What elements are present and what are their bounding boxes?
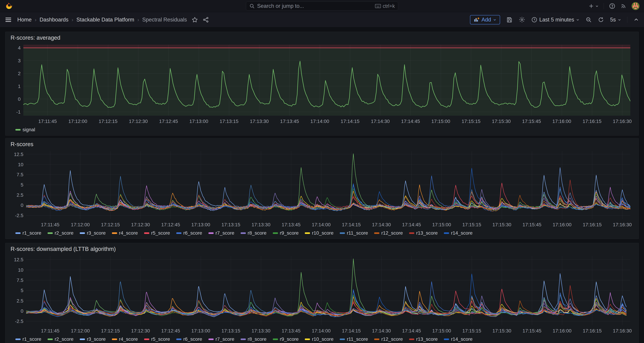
legend-item-signal[interactable]: signal [16, 127, 35, 132]
legend-item-r9_score[interactable]: r9_score [273, 230, 299, 236]
gear-icon[interactable] [519, 17, 525, 23]
svg-text:-2.5: -2.5 [15, 213, 23, 218]
timeseries-chart-averaged[interactable]: 43210-117:11:4517:12:0017:12:1517:12:301… [10, 43, 634, 125]
help-icon[interactable] [609, 3, 615, 9]
legend-item-r1_score[interactable]: r1_score [16, 336, 41, 342]
refresh-icon[interactable] [598, 17, 604, 23]
chevron-down-icon [576, 18, 579, 21]
breadcrumb-separator: › [35, 17, 36, 23]
breadcrumb-dashboards[interactable]: Dashboards [40, 17, 68, 23]
svg-text:17:12:00: 17:12:00 [68, 119, 87, 124]
panel-r-scores: R-scores 12.5107.552.50-2.517:11:4517:12… [5, 138, 639, 239]
search-input[interactable] [257, 3, 373, 9]
divider [627, 17, 628, 23]
series-color-swatch [340, 338, 345, 340]
keyboard-icon [375, 4, 381, 8]
time-range-picker[interactable]: Last 5 minutes [532, 17, 580, 23]
series-color-swatch [16, 129, 20, 131]
legend-item-r6_score[interactable]: r6_score [176, 336, 202, 342]
grafana-logo[interactable] [4, 2, 12, 10]
series-label: r14_score [451, 336, 472, 342]
svg-text:17:12:30: 17:12:30 [129, 119, 148, 124]
timeseries-chart-rscores[interactable]: 12.5107.552.50-2.517:11:4517:12:0017:12:… [10, 149, 634, 229]
chevron-down-icon [596, 5, 598, 8]
series-label: r13_score [416, 336, 438, 342]
series-label: r10_score [312, 336, 334, 342]
svg-text:17:15:30: 17:15:30 [492, 119, 511, 124]
legend-item-r12_score[interactable]: r12_score [374, 230, 403, 236]
legend-item-r8_score[interactable]: r8_score [240, 336, 266, 342]
panel-title[interactable]: R-scores [10, 141, 634, 149]
legend-item-r1_score[interactable]: r1_score [16, 230, 41, 236]
legend-item-r14_score[interactable]: r14_score [444, 230, 472, 236]
search-box[interactable]: ctrl+k [246, 2, 398, 11]
legend-item-r3_score[interactable]: r3_score [80, 336, 106, 342]
zoom-out-icon[interactable] [586, 17, 592, 23]
svg-text:17:13:30: 17:13:30 [252, 222, 270, 227]
svg-text:17:16:30: 17:16:30 [613, 119, 632, 124]
chart-legend: r1_scorer2_scorer3_scorer4_scorer5_score… [10, 335, 634, 343]
svg-text:17:15:15: 17:15:15 [462, 328, 481, 333]
timeseries-chart-downsampled[interactable]: 12.5107.552.50-2.517:11:4517:12:0017:12:… [10, 254, 634, 335]
legend-item-r3_score[interactable]: r3_score [80, 230, 106, 236]
svg-text:17:14:45: 17:14:45 [402, 222, 421, 227]
legend-item-r6_score[interactable]: r6_score [176, 230, 202, 236]
star-icon[interactable] [192, 17, 198, 23]
legend-item-r4_score[interactable]: r4_score [112, 230, 138, 236]
legend-item-r14_score[interactable]: r14_score [444, 336, 472, 342]
legend-item-r7_score[interactable]: r7_score [208, 336, 234, 342]
series-color-swatch [144, 338, 149, 340]
svg-text:-2.5: -2.5 [15, 318, 23, 324]
add-panel-icon [474, 17, 479, 23]
series-color-swatch [48, 232, 53, 234]
svg-text:17:16:30: 17:16:30 [613, 328, 632, 333]
panel-title[interactable]: R-scores: downsampled (LTTB algorithm) [10, 245, 634, 254]
avatar[interactable] [632, 2, 640, 10]
svg-text:17:13:00: 17:13:00 [191, 222, 210, 227]
svg-text:17:15:30: 17:15:30 [492, 328, 511, 333]
svg-text:17:14:00: 17:14:00 [312, 222, 330, 227]
svg-text:12.5: 12.5 [14, 257, 24, 262]
legend-item-r12_score[interactable]: r12_score [374, 336, 403, 342]
legend-item-r2_score[interactable]: r2_score [48, 336, 74, 342]
series-color-swatch [240, 232, 246, 234]
legend-item-r13_score[interactable]: r13_score [409, 336, 438, 342]
menu-icon[interactable] [5, 17, 12, 22]
legend-item-r5_score[interactable]: r5_score [144, 230, 170, 236]
series-label: r6_score [183, 230, 202, 236]
news-icon[interactable] [620, 3, 626, 9]
share-icon[interactable] [203, 17, 209, 23]
refresh-interval-picker[interactable]: 5s [610, 17, 621, 23]
svg-text:17:12:00: 17:12:00 [71, 222, 90, 227]
series-label: r4_score [119, 336, 138, 342]
svg-text:17:16:15: 17:16:15 [583, 222, 602, 227]
breadcrumb: Home › Dashboards › Stackable Data Platf… [17, 17, 187, 23]
new-dashboard-button[interactable] [588, 3, 598, 9]
svg-text:17:14:30: 17:14:30 [372, 222, 391, 227]
svg-text:3: 3 [18, 58, 20, 63]
legend-item-r7_score[interactable]: r7_score [208, 230, 234, 236]
svg-text:17:13:15: 17:13:15 [222, 328, 240, 333]
panel-title[interactable]: R-scores: averaged [10, 34, 634, 43]
legend-item-r5_score[interactable]: r5_score [144, 336, 170, 342]
legend-item-r2_score[interactable]: r2_score [48, 230, 74, 236]
legend-item-r10_score[interactable]: r10_score [305, 230, 334, 236]
series-color-swatch [112, 232, 117, 234]
legend-item-r8_score[interactable]: r8_score [240, 230, 266, 236]
breadcrumb-home[interactable]: Home [17, 17, 32, 23]
legend-item-r11_score[interactable]: r11_score [340, 230, 368, 236]
add-button[interactable]: Add [470, 15, 500, 25]
svg-text:17:13:15: 17:13:15 [220, 119, 238, 124]
legend-item-r11_score[interactable]: r11_score [340, 336, 368, 342]
legend-item-r9_score[interactable]: r9_score [273, 336, 299, 342]
caret-up-icon[interactable] [634, 17, 639, 22]
legend-item-r13_score[interactable]: r13_score [409, 230, 438, 236]
series-color-swatch [409, 338, 414, 340]
legend-item-r4_score[interactable]: r4_score [112, 336, 138, 342]
legend-item-r10_score[interactable]: r10_score [305, 336, 334, 342]
chart-legend: signal [10, 125, 634, 134]
series-color-swatch [273, 232, 278, 234]
svg-text:17:14:00: 17:14:00 [312, 328, 330, 333]
save-icon[interactable] [506, 17, 512, 23]
breadcrumb-folder[interactable]: Stackable Data Platform [76, 17, 134, 23]
